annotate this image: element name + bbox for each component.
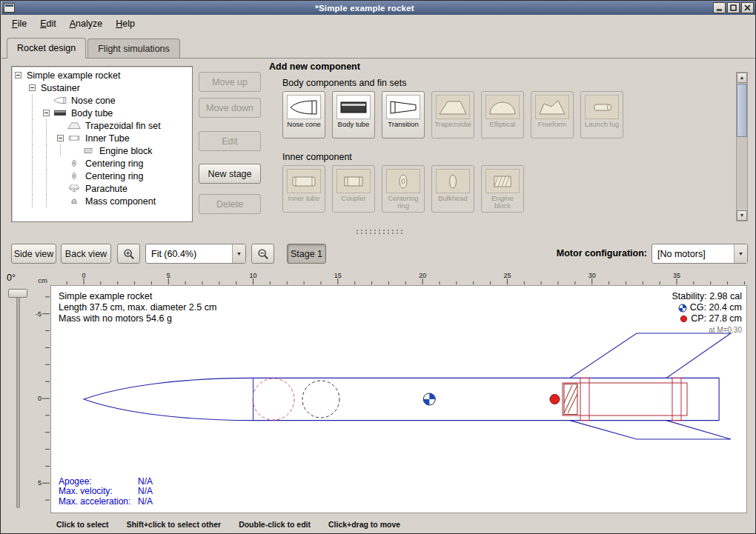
- body-tube-icon: [53, 109, 69, 117]
- tree-item-sustainer[interactable]: Sustainer: [12, 81, 192, 94]
- add-nose-cone-button[interactable]: Nose cone: [282, 91, 325, 138]
- svg-text:0: 0: [82, 272, 85, 279]
- menu-analyze[interactable]: Analyze: [63, 15, 109, 32]
- horizontal-ruler: 05101520253035: [51, 272, 746, 285]
- add-body-tube-button[interactable]: Body tube: [332, 91, 375, 138]
- tree-indent: [15, 144, 29, 157]
- side-view-button[interactable]: Side view: [11, 244, 56, 264]
- tab-flight-simulations[interactable]: Flight simulations: [87, 39, 180, 58]
- rotation-angle-label: 0°: [7, 273, 16, 283]
- tree-connector: [57, 195, 67, 207]
- maximize-button[interactable]: [727, 2, 740, 13]
- delete-button[interactable]: Delete: [199, 194, 261, 214]
- add-engine-block-button[interactable]: Engine block: [481, 165, 524, 213]
- scrollbar[interactable]: ▲ ▼: [736, 72, 748, 221]
- tree-connector: [57, 157, 67, 170]
- trapezoidal-fin-icon: [436, 95, 470, 119]
- component-button-label: Transition: [383, 121, 423, 128]
- back-view-button[interactable]: Back view: [61, 244, 111, 264]
- rocket-view-canvas[interactable]: Simple example rocket Length 37.5 cm, ma…: [50, 285, 747, 513]
- engine-block-icon: [81, 147, 97, 155]
- close-button[interactable]: [741, 2, 754, 13]
- add-elliptical-button[interactable]: Elliptical: [481, 91, 524, 138]
- tree-item-centering-ring[interactable]: Centering ring: [12, 157, 192, 170]
- svg-text:20: 20: [419, 272, 426, 279]
- application-window: *Simple example rocket FileEditAnalyzeHe…: [0, 0, 756, 534]
- add-transition-button[interactable]: Transition: [382, 91, 425, 138]
- flight-data-value: N/A: [138, 497, 153, 507]
- zoom-value: Fit (60.4%): [146, 244, 232, 263]
- window-menu-icon[interactable]: [4, 3, 15, 13]
- zoom-out-button[interactable]: [251, 244, 274, 264]
- stage-1-toggle[interactable]: Stage 1: [287, 244, 326, 264]
- splitter-dots: [355, 229, 402, 234]
- scroll-up-icon[interactable]: ▲: [737, 73, 747, 83]
- add-trapezoidal-button[interactable]: Trapezoidal: [431, 91, 474, 138]
- tree-expander-icon[interactable]: [43, 110, 50, 116]
- tree-expander-icon[interactable]: [29, 84, 36, 91]
- tree-indent: [46, 170, 57, 182]
- menu-help[interactable]: Help: [109, 15, 142, 32]
- minimize-button[interactable]: [713, 2, 726, 13]
- splitter-handle[interactable]: [1, 227, 756, 236]
- add-bulkhead-button[interactable]: Bulkhead: [431, 165, 474, 213]
- tree-indent: [15, 132, 29, 144]
- tree-indent: [46, 157, 57, 170]
- tree-item-label: Simple example rocket: [24, 70, 122, 81]
- edit-button[interactable]: Edit: [199, 131, 261, 151]
- tree-expander-icon[interactable]: [15, 72, 21, 79]
- tree-item-body-tube[interactable]: Body tube: [12, 107, 192, 119]
- motor-configuration-select[interactable]: [No motors] ▼: [651, 244, 748, 264]
- tree-item-trapezoidal-fin-set[interactable]: Trapezoidal fin set: [12, 119, 192, 132]
- rotation-slider-handle[interactable]: [8, 289, 27, 298]
- add-centering-ring-button[interactable]: Centering ring: [382, 165, 425, 213]
- flight-data-label: Max. velocity:: [59, 487, 138, 497]
- tree-action-buttons: Move upMove downEditNew stageDelete: [199, 72, 261, 220]
- move-up-button[interactable]: Move up: [199, 72, 261, 92]
- tree-item-engine-block[interactable]: Engine block: [12, 144, 192, 157]
- zoom-in-button[interactable]: [117, 244, 140, 264]
- add-component-panel: Add new component Body components and fi…: [269, 61, 748, 227]
- zoom-select[interactable]: Fit (60.4%) ▼: [145, 244, 246, 264]
- component-button-row: Nose coneBody tubeTransitionTrapezoidalE…: [282, 91, 623, 138]
- freeform-fin-icon: [535, 95, 569, 119]
- new-stage-button[interactable]: New stage: [199, 164, 261, 184]
- tree-item-label: Centering ring: [83, 158, 146, 169]
- tree-connector: [57, 119, 67, 132]
- menu-file[interactable]: File: [5, 15, 33, 32]
- tree-indent: [32, 170, 43, 182]
- component-button-label: Nose cone: [284, 121, 324, 128]
- svg-text:15: 15: [334, 272, 342, 279]
- component-button-label: Coupler: [334, 195, 374, 202]
- svg-text:10: 10: [250, 272, 257, 279]
- add-launch-lug-button[interactable]: Launch lug: [580, 91, 623, 138]
- component-button-label: Centering ring: [383, 195, 423, 210]
- tree-item-centering-ring[interactable]: Centering ring: [12, 170, 192, 182]
- tree-item-inner-tube[interactable]: Inner Tube: [12, 132, 192, 144]
- tree-item-simple-example-rocket[interactable]: Simple example rocket: [12, 69, 192, 81]
- add-inner-tube-button[interactable]: Inner tube: [282, 165, 325, 213]
- tree-indent: [32, 94, 43, 107]
- titlebar[interactable]: *Simple example rocket: [1, 1, 756, 15]
- tree-item-nose-cone[interactable]: Nose cone: [12, 94, 192, 107]
- menu-edit[interactable]: Edit: [33, 15, 63, 32]
- rotation-slider-track[interactable]: [16, 290, 20, 508]
- tab-rocket-design[interactable]: Rocket design: [7, 38, 86, 59]
- chevron-down-icon[interactable]: ▼: [734, 244, 747, 263]
- tree-connector: [57, 182, 67, 195]
- tree-item-mass-component[interactable]: Mass component: [12, 195, 192, 207]
- component-tree[interactable]: Simple example rocketSustainerNose coneB…: [11, 66, 193, 222]
- tree-indent: [15, 119, 29, 132]
- scrollbar-thumb[interactable]: [737, 84, 747, 137]
- scroll-down-icon[interactable]: ▼: [737, 210, 747, 221]
- tree-expander-icon[interactable]: [57, 135, 64, 141]
- centering-ring-icon: [67, 159, 83, 167]
- move-down-button[interactable]: Move down: [199, 98, 261, 118]
- chevron-down-icon[interactable]: ▼: [232, 244, 245, 263]
- tree-item-parachute[interactable]: Parachute: [12, 182, 192, 195]
- add-freeform-button[interactable]: Freeform: [531, 91, 574, 138]
- component-button-label: Bulkhead: [433, 195, 473, 202]
- add-coupler-button[interactable]: Coupler: [332, 165, 375, 213]
- flight-data-label: Apogee:: [59, 477, 138, 487]
- cg-marker: [423, 393, 435, 405]
